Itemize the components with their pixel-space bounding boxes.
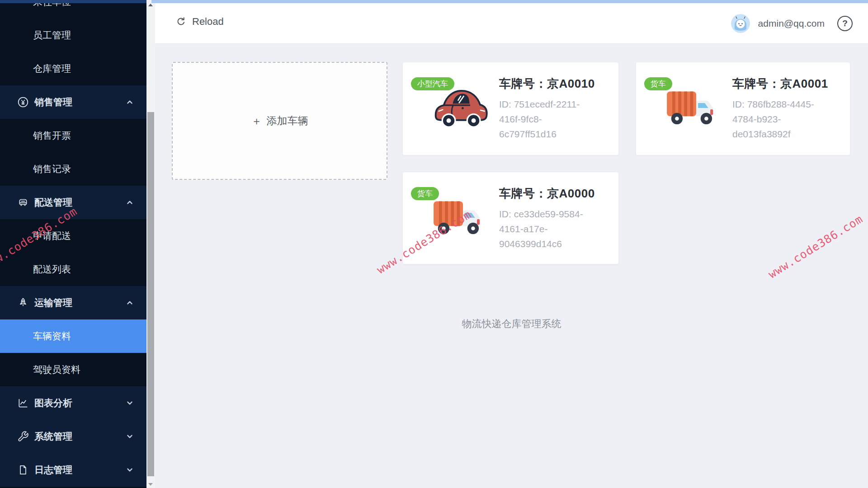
sidebar-group-transport[interactable]: 运输管理 <box>0 286 146 319</box>
sidebar-item-label: 系统管理 <box>34 430 72 443</box>
reload-icon <box>176 16 187 27</box>
chevron-up-icon <box>125 197 135 207</box>
app-window: 来往单位 员工管理 仓库管理 销售管理 <box>0 0 868 488</box>
chevron-down-icon <box>125 432 135 441</box>
vehicle-info: 车牌号：京A0010 ID: 751ecedf-2211-416f-9fc8-6… <box>499 76 599 141</box>
avatar[interactable] <box>731 14 750 33</box>
chevron-down-icon <box>125 465 135 475</box>
vehicle-id: ID: 786fb288-4445-4784-b923-de013fa3892f <box>732 97 830 141</box>
sidebar-item-sales-records[interactable]: 销售记录 <box>0 152 146 186</box>
rocket-icon <box>17 297 29 309</box>
content-top-strip <box>151 0 868 3</box>
sidebar-item-sales-invoice[interactable]: 销售开票 <box>0 119 146 152</box>
main-content: ＋ 添加车辆 小型汽车 <box>155 43 868 488</box>
vehicle-info: 车牌号：京A0001 ID: 786fb288-4445-4784-b923-d… <box>732 76 833 141</box>
sidebar-item-label: 运输管理 <box>34 296 72 309</box>
sidebar-item-employees[interactable]: 员工管理 <box>0 19 146 52</box>
reload-label: Reload <box>192 16 224 28</box>
sidebar-item-driver-info[interactable]: 驾驶员资料 <box>0 353 146 386</box>
sidebar-item-label: 员工管理 <box>33 29 71 42</box>
plus-icon: ＋ <box>251 114 262 128</box>
sidebar-item-label: 申请配送 <box>33 230 71 242</box>
document-icon <box>17 464 29 476</box>
sidebar-item-label: 日志管理 <box>34 464 72 476</box>
vehicle-info: 车牌号：京A0000 ID: ce33de59-9584-4161-a17e-9… <box>499 186 599 251</box>
van-icon <box>17 197 29 208</box>
chevron-up-icon <box>125 97 135 107</box>
sidebar-item-label: 销售开票 <box>33 129 71 142</box>
chevron-up-icon <box>125 298 135 308</box>
sidebar-item-label: 驾驶员资料 <box>33 363 80 376</box>
vehicle-card[interactable]: 货车 车牌号：京A0001 ID: 786fb288-4445-4784-b92… <box>636 62 850 155</box>
sidebar-item-warehouse[interactable]: 仓库管理 <box>0 52 146 85</box>
vehicle-card[interactable]: 小型汽车 车牌号：京A0010 <box>402 62 619 155</box>
sidebar-item-label: 配送列表 <box>33 263 71 276</box>
vehicle-id: ID: ce33de59-9584-4161-a17e-9046399d14c6 <box>499 206 596 251</box>
sidebar-item-label: 销售管理 <box>34 96 72 108</box>
chart-icon <box>17 397 29 409</box>
plate-number: 车牌号：京A0000 <box>499 186 599 202</box>
sidebar-item-label: 车辆资料 <box>33 330 71 343</box>
sidebar-item-label: 配送管理 <box>34 196 72 209</box>
plate-number: 车牌号：京A0001 <box>732 76 833 92</box>
sidebar: 来往单位 员工管理 仓库管理 销售管理 <box>0 0 146 488</box>
truck-illustration-icon <box>664 81 724 131</box>
vehicle-id: ID: 751ecedf-2211-416f-9fc8-6c797ff51d16 <box>499 97 596 141</box>
vehicle-type-badge: 货车 <box>411 187 439 200</box>
help-icon[interactable]: ? <box>837 16 853 31</box>
sidebar-item-vehicle-info[interactable]: 车辆资料 <box>0 319 146 353</box>
user-area: admin@qq.com ? <box>731 3 868 43</box>
sidebar-item-label: 仓库管理 <box>33 62 71 75</box>
vehicle-type-badge: 小型汽车 <box>411 77 454 90</box>
reload-button[interactable]: Reload <box>176 16 224 28</box>
sidebar-item-label: 销售记录 <box>33 163 71 175</box>
sidebar-menu: 来往单位 员工管理 仓库管理 销售管理 <box>0 0 146 487</box>
yen-circle-icon <box>17 96 29 108</box>
add-vehicle-label: 添加车辆 <box>267 114 308 128</box>
scroll-down-arrow-icon[interactable] <box>148 483 153 486</box>
add-vehicle-button[interactable]: ＋ 添加车辆 <box>172 62 387 180</box>
sidebar-top-strip <box>0 0 146 3</box>
top-header-bar: Reload admin@qq.com ? <box>155 3 868 44</box>
user-email: admin@qq.com <box>758 18 825 29</box>
sidebar-group-chart-analysis[interactable]: 图表分析 <box>0 386 146 420</box>
sidebar-item-label: 图表分析 <box>34 397 72 409</box>
sidebar-group-delivery[interactable]: 配送管理 <box>0 186 146 219</box>
chevron-down-icon <box>125 398 135 408</box>
sidebar-item-delivery-apply[interactable]: 申请配送 <box>0 219 146 253</box>
truck-illustration-icon <box>431 191 491 241</box>
sidebar-group-sales[interactable]: 销售管理 <box>0 85 146 119</box>
vehicle-type-badge: 货车 <box>644 77 672 90</box>
scroll-up-arrow-icon[interactable] <box>148 4 153 6</box>
system-title: 物流快递仓库管理系统 <box>155 317 868 331</box>
wrench-icon <box>17 431 29 442</box>
sidebar-item-delivery-list[interactable]: 配送列表 <box>0 253 146 286</box>
vehicle-card[interactable]: 货车 车牌号：京A0000 ID: ce33de59-9584-4161-a17… <box>402 172 619 264</box>
scrollbar-thumb[interactable] <box>147 112 154 476</box>
sidebar-group-system[interactable]: 系统管理 <box>0 420 146 453</box>
plate-number: 车牌号：京A0010 <box>499 76 599 92</box>
vertical-scrollbar[interactable] <box>146 0 155 488</box>
sidebar-group-logs[interactable]: 日志管理 <box>0 453 146 487</box>
